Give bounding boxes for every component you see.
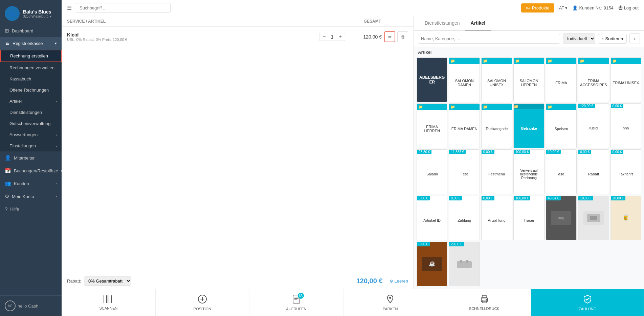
product-item-erima-herren[interactable]: 📁 ERIMA HERREN	[417, 103, 447, 148]
product-item-img3[interactable]: 20,00 € 🥫	[610, 196, 641, 240]
sidebar-item-gutscheinverwaltung[interactable]: Gutscheinverwaltung	[0, 118, 62, 129]
leeren-button[interactable]: ⊗ Leeren	[390, 278, 408, 284]
position-button[interactable]: POSITION	[156, 289, 250, 316]
mein-konto-icon: ⚙	[5, 193, 9, 199]
country-selector[interactable]: AT ▾	[559, 5, 568, 10]
sidebar-item-hilfe[interactable]: ? Hilfe	[0, 203, 62, 215]
svg-rect-16	[105, 295, 105, 303]
produkte-button[interactable]: 🏷 Produkte	[521, 3, 554, 13]
qty-value: 1	[329, 34, 336, 40]
product-item-rabatt[interactable]: 0,00 € Rabatt	[578, 149, 609, 194]
product-name: Taxifahrt	[611, 150, 641, 194]
product-name: Rabatt	[578, 150, 608, 194]
product-item-speisen[interactable]: 📁 Speisen	[546, 103, 577, 148]
sidebar-item-dashboard[interactable]: ⊞ Dashboard	[0, 24, 62, 37]
zahlung-button[interactable]: ZAHLUNG	[531, 289, 644, 316]
product-item-artikel-id[interactable]: 0,00 € Artiukel ID	[417, 196, 447, 240]
parken-button[interactable]: PARKEN	[343, 289, 438, 316]
sidebar-item-buchungen[interactable]: 📅 Buchungen/Restplätze ›	[0, 164, 62, 177]
pin-icon	[387, 295, 394, 306]
discount-select[interactable]: 0% Gesamtrabatt	[84, 276, 131, 286]
product-item-coffee[interactable]: 0,00 € ☕	[417, 242, 447, 286]
scannen-button[interactable]: SCANNEN	[62, 289, 156, 316]
svg-rect-13	[460, 260, 462, 263]
folder-icon: 📁	[450, 59, 455, 63]
product-item-test[interactable]: 11,888 € Test	[449, 149, 480, 194]
tab-dienstleistungen[interactable]: Dienstleistungen	[419, 16, 465, 30]
product-item-erima[interactable]: 📁 ERIMA	[546, 57, 577, 102]
sidebar-logo[interactable]: 🐾 Balu's Blues 3250 Wieselburg ▾	[0, 0, 62, 24]
product-item-hhh[interactable]: 0,00 € hhh	[610, 103, 641, 148]
sidebar-item-label: Einstellungen	[9, 143, 36, 148]
product-item-testkategorie[interactable]: 📁 Testkategorie	[481, 103, 512, 148]
sidebar-item-mitarbeiter[interactable]: 👤 Mitarbeiter	[0, 151, 62, 164]
sidebar-item-kunden[interactable]: 👥 Kunden ›	[0, 177, 62, 190]
sidebar-item-offene-rechnungen[interactable]: Offene Rechnungen	[0, 84, 62, 96]
product-item-getranke[interactable]: 📁 Getränke	[513, 103, 544, 148]
scannen-label: SCANNEN	[99, 306, 117, 310]
product-item-erima-unisex[interactable]: 📁 ERIMA UNISEX	[610, 57, 641, 102]
product-item-taxifahrt[interactable]: 0,00 € Taxifahrt	[610, 149, 641, 194]
sidebar-item-einstellungen[interactable]: Einstellungen ›	[0, 140, 62, 151]
schnelldruck-button[interactable]: SCHNELLDRUCK	[437, 289, 531, 316]
product-item-toaster[interactable]: 20,00 €	[449, 242, 480, 286]
product-name: ERIMA ACCESSOIRES	[578, 64, 608, 102]
edit-item-button[interactable]: ✏	[384, 31, 395, 42]
logout-button[interactable]: ⏻ Log out	[618, 5, 639, 10]
product-price: 0,00 €	[578, 150, 591, 154]
product-item-adelsberger[interactable]: ADELSBERGER	[417, 57, 447, 102]
product-item-img2[interactable]: 10,00 €	[578, 196, 609, 240]
search-input[interactable]	[76, 3, 171, 13]
sidebar-item-label: Dashboard	[12, 28, 34, 33]
svg-rect-17	[106, 295, 107, 303]
sidebar-item-registrierkasse[interactable]: 🖥 Registrierkasse ▾	[0, 37, 62, 50]
sidebar-item-mein-konto[interactable]: ⚙ Mein Konto ›	[0, 190, 62, 203]
product-item-festmenu[interactable]: 0,00 € Festmenü	[481, 149, 512, 194]
product-name: Speisen	[546, 110, 576, 148]
product-item-salomon-unisex[interactable]: 📁 SALOMON UNISEX	[481, 57, 512, 102]
sidebar-item-auswertungen[interactable]: Auswertungen ›	[0, 129, 62, 140]
add-product-button[interactable]: +	[629, 33, 640, 44]
product-price: 0,00 €	[611, 104, 624, 108]
sidebar-item-label: Artikel	[9, 99, 22, 104]
sidebar-item-kassabuch[interactable]: Kassabuch	[0, 73, 62, 84]
sidebar-item-rechnungen-verwalten[interactable]: Rechnungen verwalten	[0, 62, 62, 73]
product-name: Testkategorie	[482, 110, 512, 148]
product-item-img1[interactable]: 48,04 € img	[546, 196, 577, 240]
product-item-verweis[interactable]: 100,00 € Verweis auf bestehende Rechnung	[513, 149, 544, 194]
sidebar-item-artikel[interactable]: Artikel ›	[0, 96, 62, 107]
category-select[interactable]: Individuell	[563, 33, 595, 44]
product-item-salomon-damen[interactable]: 📁 SALOMON DAMEN	[449, 57, 480, 102]
aufrufen-button[interactable]: 66 AUFRUFEN	[249, 289, 343, 316]
category-search-input[interactable]	[418, 34, 560, 44]
qty-increase-button[interactable]: +	[338, 34, 343, 40]
product-item-asd[interactable]: 10,00 € asd	[546, 149, 577, 194]
product-item-salami[interactable]: 23,80 € Salami	[417, 149, 447, 194]
sort-button[interactable]: ↕ Sortieren	[598, 34, 627, 44]
svg-rect-22	[113, 295, 113, 303]
product-price: 100,00 €	[514, 196, 530, 200]
svg-point-34	[486, 299, 487, 300]
kunden-nr[interactable]: 👤 Kunden Nr.: 9154	[572, 5, 613, 10]
product-item-erima-accessoires[interactable]: 📁 ERIMA ACCESSOIRES	[578, 57, 609, 102]
chevron-down-icon: ▾	[55, 41, 57, 46]
qty-decrease-button[interactable]: −	[321, 34, 327, 40]
product-price: 0,00 €	[482, 196, 494, 200]
product-item-zahlung[interactable]: 0,00 € Zahlung	[449, 196, 480, 240]
product-item-erima-damen[interactable]: 📁 ERIMA DAMEN	[449, 103, 480, 148]
delete-item-button[interactable]: 🗑	[397, 31, 408, 42]
zahlung-label: ZAHLUNG	[579, 307, 597, 311]
chevron-right-icon: ›	[55, 144, 57, 148]
sidebar-item-dienstleistungen[interactable]: Dienstleistungen	[0, 107, 62, 118]
product-name: ERIMA HERREN	[417, 110, 447, 148]
aufrufen-label: AUFRUFEN	[286, 307, 307, 311]
printer-icon	[480, 295, 489, 305]
product-item-kleid[interactable]: 120,00 € Kleid	[578, 103, 609, 148]
product-item-anzahlung[interactable]: 0,00 € Anzahlung	[481, 196, 512, 240]
hamburger-menu-icon[interactable]: ☰	[67, 5, 72, 11]
tab-artikel[interactable]: Artikel	[465, 16, 491, 30]
product-item-traser[interactable]: 100,00 € Traser	[513, 196, 544, 240]
product-item-salomon-herren[interactable]: 📁 SALOMON HERREN	[513, 57, 544, 102]
product-name: SALOMON HERREN	[514, 64, 544, 102]
sidebar-item-rechnung-erstellen[interactable]: Rechnung erstellen	[0, 50, 62, 62]
